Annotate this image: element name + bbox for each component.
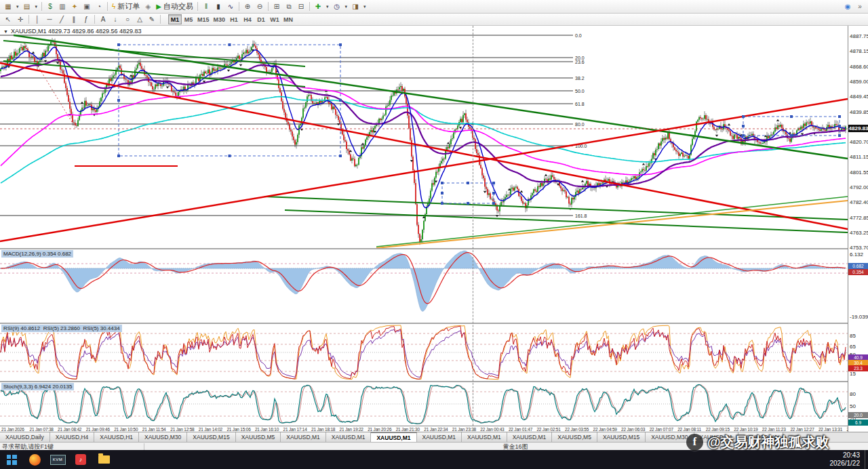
templates-dropdown[interactable]: ▾ <box>361 1 368 12</box>
timeframe-m5-button[interactable]: M5 <box>182 14 195 24</box>
line-chart-button[interactable]: ∿ <box>224 1 237 12</box>
svg-text:38.2: 38.2 <box>575 76 585 81</box>
time-axis-label: 22 Jan 08:11 <box>677 427 701 432</box>
macd-panel[interactable] <box>0 249 848 323</box>
timeframe-h4-button[interactable]: H4 <box>241 14 254 24</box>
draw-tool[interactable]: ✎ <box>146 14 158 25</box>
indicators-dropdown[interactable]: ▾ <box>324 1 331 12</box>
cursor-tool[interactable]: ↖ <box>2 14 14 25</box>
new-chart-button[interactable]: ▦ <box>2 1 14 12</box>
time-axis-label: 22 Jan 01:47 <box>509 427 532 432</box>
chart-tab[interactable]: XAUUSD,M1 <box>462 432 507 442</box>
profiles-icon: ▤ <box>24 2 30 12</box>
timeframe-d1-button[interactable]: D1 <box>254 14 268 24</box>
chart-tab[interactable]: XAUUSD,M5 <box>236 432 281 442</box>
timeframe-mn-button[interactable]: MN <box>281 14 295 24</box>
chart-tab[interactable]: XAUUSD,M5 <box>552 432 597 442</box>
candlestick-button[interactable]: ▮ <box>212 1 224 12</box>
stochastic-panel[interactable] <box>0 382 848 426</box>
new-chart-dropdown[interactable]: ▾ <box>14 1 21 12</box>
price-scale-label: 4820.70 <box>850 140 868 145</box>
toolbar-more-button[interactable]: » <box>854 1 866 12</box>
community-button[interactable]: ◉ <box>842 1 854 12</box>
bar-chart-button[interactable]: ǁ <box>200 1 212 12</box>
taskbar-browser-button[interactable] <box>23 450 46 469</box>
arrange-windows-button[interactable]: ⊟ <box>295 1 307 12</box>
horizontal-line-tool[interactable]: ─ <box>43 14 56 25</box>
profiles-dropdown[interactable]: ▾ <box>33 1 40 12</box>
zoom-in-button[interactable]: ⊕ <box>241 1 254 12</box>
chart-tab[interactable]: XAUUSD,M1 <box>326 432 372 442</box>
templates-button[interactable]: ◨ <box>349 1 361 12</box>
timeframe-m15-button[interactable]: M15 <box>195 14 212 24</box>
chart-tab[interactable]: XAUUSD,M15 <box>597 432 646 442</box>
time-axis-label: 21 Jan 08:42 <box>58 427 81 432</box>
main-price-chart[interactable]: 0.020.023.638.250.061.880.0100.0161.8 <box>0 26 848 248</box>
price-scale[interactable]: 4887.754878.154868.604859.004849.454839.… <box>848 26 868 432</box>
chart-tab[interactable]: XAUUSD,M1 <box>371 432 416 442</box>
status-bar: 寻求帮助,请按F1键 黄金16图 <box>0 442 868 450</box>
chart-tab[interactable]: XAUUSD,M15 <box>187 432 235 442</box>
terminal-icon: ▣ <box>83 2 90 12</box>
chart-tab[interactable]: XAUUSD,M1 <box>417 432 462 442</box>
market-watch-button[interactable]: $ <box>44 1 56 12</box>
fibonacci-tool[interactable]: ƒ <box>80 14 92 25</box>
strategy-tester-button[interactable]: ◔ <box>93 1 105 12</box>
periods-button[interactable]: ◷ <box>331 1 343 12</box>
channel-tool[interactable]: ∥ <box>68 14 80 25</box>
show-desktop-button[interactable] <box>865 450 868 469</box>
taskbar-media-button[interactable]: ♪ <box>69 450 92 469</box>
metaeditor-button[interactable]: ◈ <box>142 1 154 12</box>
chart-tab[interactable]: XAUUSD,M30 <box>139 432 187 442</box>
cursor-icon: ↖ <box>5 15 11 24</box>
chart-tab[interactable]: XAUUSD,M1 <box>507 432 553 442</box>
text-tool[interactable]: A <box>97 14 109 25</box>
autotrading-button[interactable]: ▶自动交易 <box>154 1 195 12</box>
terminal-button[interactable]: ▣ <box>81 1 93 12</box>
time-axis[interactable]: 21 Jan 202621 Jan 07:3821 Jan 08:4221 Ja… <box>0 426 848 432</box>
start-button[interactable] <box>0 450 23 469</box>
templates-icon: ◨ <box>352 2 358 12</box>
chart-tab[interactable]: XAUUSD,Daily <box>0 432 50 442</box>
new-order-button[interactable]: ϟ新订单 <box>110 1 142 12</box>
chart-tab[interactable]: XAUUSD,H1 <box>694 432 739 442</box>
taskbar-clock[interactable]: 20:43 2026/1/22 <box>830 451 861 468</box>
price-scale-label: 4887.75 <box>850 34 868 39</box>
toolbar-separator <box>28 15 29 24</box>
line-chart-icon: ∿ <box>228 2 233 12</box>
stoch-value-tag: 20.0 <box>848 412 868 418</box>
crosshair-tool[interactable]: ✛ <box>14 14 26 25</box>
tile-windows-button[interactable]: ⊞ <box>271 1 283 12</box>
collapse-arrow-icon[interactable]: ▼ <box>3 29 8 34</box>
periods-dropdown[interactable]: ▾ <box>343 1 350 12</box>
chart-tab[interactable]: XAUUSD,H4 <box>50 432 95 442</box>
vertical-line-tool[interactable]: │ <box>31 14 43 25</box>
zoom-out-button[interactable]: ⊖ <box>254 1 266 12</box>
rsi-panel[interactable] <box>0 324 848 381</box>
chart-tab[interactable]: XAUUSD,H4 <box>738 432 783 442</box>
cascade-windows-button[interactable]: ⧉ <box>283 1 295 12</box>
main-toolbar-buttons: ▦▾▤▾$▥✦▣◔ϟ新订单◈▶自动交易ǁ▮∿⊕⊖⊞⧉⊟✚▾◷▾◨▾ <box>2 1 368 12</box>
timeframe-m30-button[interactable]: M30 <box>212 14 228 24</box>
arrow-tool[interactable]: ↓ <box>109 14 121 25</box>
navigator-button[interactable]: ✦ <box>68 1 81 12</box>
taskbar-explorer-button[interactable] <box>92 450 115 469</box>
ellipse-tool[interactable]: ○ <box>121 14 134 25</box>
timeframe-m1-button[interactable]: M1 <box>168 14 182 24</box>
toolbar-separator <box>268 2 269 11</box>
horizontal-line-icon: ─ <box>47 15 52 24</box>
triangle-tool[interactable]: △ <box>134 14 146 25</box>
timeframe-h1-button[interactable]: H1 <box>227 14 241 24</box>
chart-tab[interactable]: XAUUSD,M30 <box>646 432 694 442</box>
indicators-button[interactable]: ✚ <box>312 1 324 12</box>
price-scale-label: 4782.40 <box>850 200 868 205</box>
chart-tab[interactable]: XAUUSD,H1 <box>94 432 139 442</box>
trendline-tool[interactable]: ╱ <box>56 14 68 25</box>
timeframe-w1-button[interactable]: W1 <box>268 14 281 24</box>
profiles-icon: ▾ <box>35 2 38 12</box>
data-window-button[interactable]: ▥ <box>56 1 68 12</box>
chart-tab[interactable]: XAUUSD,M1 <box>281 432 326 442</box>
taskbar-kvm-button[interactable]: KVM <box>46 450 69 469</box>
profiles-button[interactable]: ▤ <box>21 1 33 12</box>
time-axis-label: 22 Jan 06:03 <box>621 427 645 432</box>
